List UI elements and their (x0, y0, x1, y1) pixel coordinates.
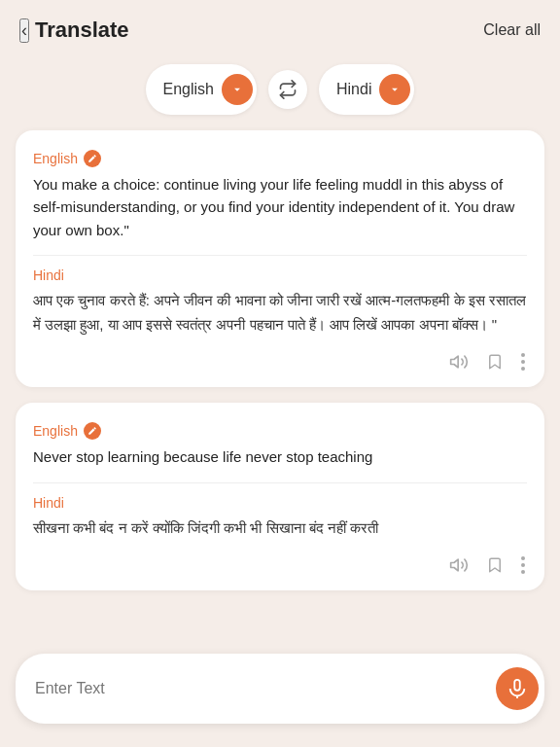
target-language-label: Hindi (336, 81, 371, 98)
back-button[interactable]: ‹ (19, 18, 29, 43)
card-2-source-text: Never stop learning because life never s… (33, 445, 527, 482)
target-language-selector[interactable]: Hindi (319, 64, 414, 115)
svg-point-1 (521, 353, 525, 357)
speaker-button[interactable] (447, 553, 471, 577)
translation-cards-container: English You make a choice: continue livi… (0, 130, 560, 590)
translation-card: English Never stop learning because life… (16, 403, 544, 590)
bookmark-button[interactable] (484, 553, 506, 577)
input-row (16, 654, 544, 724)
edit-icon[interactable] (84, 150, 101, 167)
card-2-translated-section: Hindi सीखना कभी बंद न करें क्योंकि जिंदग… (33, 495, 527, 541)
source-language-dropdown-button[interactable] (222, 74, 253, 105)
svg-point-3 (521, 367, 525, 371)
bookmark-button[interactable] (484, 350, 506, 374)
mic-button[interactable] (496, 667, 539, 710)
svg-marker-0 (451, 356, 459, 368)
swap-languages-button[interactable] (268, 70, 307, 109)
svg-marker-4 (451, 559, 459, 571)
card-1-source-text: You make a choice: continue living your … (33, 173, 527, 256)
source-language-selector[interactable]: English (146, 64, 257, 115)
svg-point-5 (521, 556, 525, 560)
header: ‹ Translate Clear all (0, 0, 560, 53)
card-1-actions (33, 346, 527, 374)
card-1-translated-section: Hindi आप एक चुनाव करते हैं: अपने जीवन की… (33, 267, 527, 338)
page-title: Translate (35, 18, 129, 43)
svg-point-6 (521, 563, 525, 567)
edit-icon[interactable] (84, 422, 101, 440)
more-options-button[interactable] (519, 554, 527, 576)
card-2-source-lang-label: English (33, 422, 527, 440)
card-1-source-lang-label: English (33, 150, 527, 167)
header-left: ‹ Translate (19, 18, 129, 43)
card-1-translated-text: आप एक चुनाव करते हैं: अपने जीवन की भावना… (33, 289, 527, 338)
card-1-target-lang-label: Hindi (33, 267, 527, 283)
svg-point-7 (521, 570, 525, 574)
card-2-translated-text: सीखना कभी बंद न करें क्योंकि जिंदगी कभी … (33, 516, 527, 541)
clear-all-button[interactable]: Clear all (483, 21, 541, 39)
target-language-dropdown-button[interactable] (379, 74, 410, 105)
text-input[interactable] (35, 680, 488, 697)
translation-card: English You make a choice: continue livi… (16, 130, 544, 387)
source-language-label: English (163, 81, 214, 98)
svg-point-2 (521, 360, 525, 364)
card-2-target-lang-label: Hindi (33, 495, 527, 511)
bottom-input-bar (0, 642, 560, 747)
language-selector-row: English Hindi (0, 53, 560, 130)
speaker-button[interactable] (447, 350, 471, 374)
card-2-actions (33, 550, 527, 577)
more-options-button[interactable] (519, 351, 527, 373)
